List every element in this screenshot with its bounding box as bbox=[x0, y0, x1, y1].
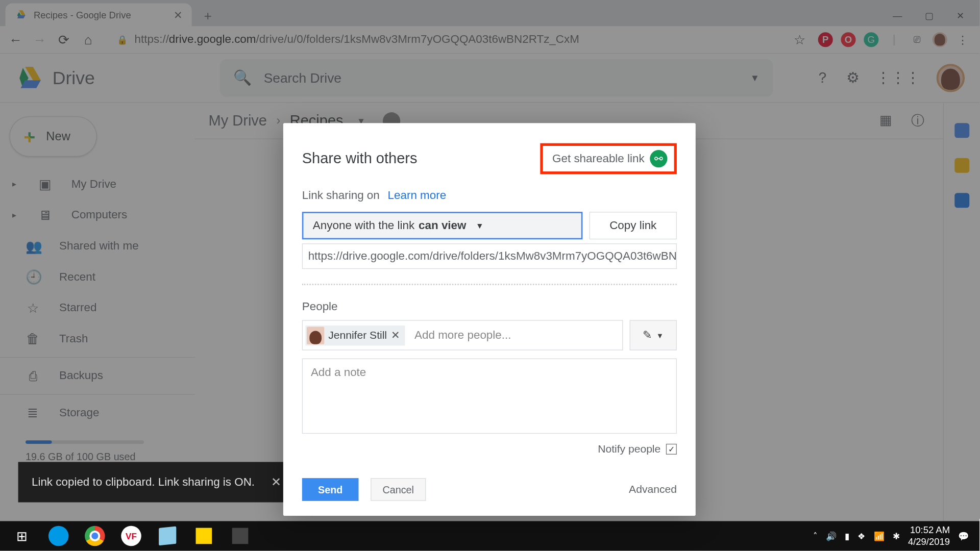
pencil-icon: ✎ bbox=[643, 328, 652, 342]
note-textarea[interactable]: Add a note bbox=[302, 358, 677, 434]
get-shareable-link-button[interactable]: Get shareable link ⚯ bbox=[540, 143, 677, 174]
tray-notifications-icon[interactable]: 💬 bbox=[958, 531, 969, 541]
toast: Link copied to clipboard. Link sharing i… bbox=[18, 462, 295, 502]
link-sharing-status: Link sharing on bbox=[302, 189, 380, 202]
chip-remove-icon[interactable]: ✕ bbox=[391, 329, 400, 342]
tray-wifi-icon[interactable]: 📶 bbox=[874, 531, 885, 541]
person-chip[interactable]: Jennifer Still ✕ bbox=[305, 325, 405, 345]
add-people-placeholder: Add more people... bbox=[414, 329, 511, 342]
taskbar-app-1[interactable] bbox=[40, 521, 77, 550]
learn-more-link[interactable]: Learn more bbox=[388, 189, 447, 202]
chevron-down-icon: ▼ bbox=[656, 331, 664, 339]
send-button[interactable]: Send bbox=[302, 478, 359, 501]
link-url-box[interactable]: https://drive.google.com/drive/folders/1… bbox=[302, 243, 677, 269]
tray-battery-icon[interactable]: ▮ bbox=[845, 531, 849, 541]
share-modal: Share with others Get shareable link ⚯ L… bbox=[283, 123, 696, 516]
taskbar-app-3[interactable]: VF bbox=[113, 521, 149, 550]
toast-text: Link copied to clipboard. Link sharing i… bbox=[32, 475, 255, 489]
notify-checkbox[interactable]: ✓ bbox=[666, 444, 677, 455]
toast-close-icon[interactable]: ✕ bbox=[271, 475, 281, 490]
permission-select[interactable]: Anyone with the link can view ▼ bbox=[302, 212, 583, 239]
people-input[interactable]: Jennifer Still ✕ Add more people... bbox=[302, 320, 623, 350]
notify-label: Notify people bbox=[598, 443, 660, 456]
advanced-link[interactable]: Advanced bbox=[629, 484, 677, 496]
permission-pencil-button[interactable]: ✎ ▼ bbox=[630, 320, 677, 350]
tray-volume-icon[interactable]: 🔊 bbox=[826, 531, 837, 541]
taskbar-app-5[interactable] bbox=[186, 521, 222, 550]
taskbar-clock[interactable]: 10:52 AM 4/29/2019 bbox=[908, 524, 950, 547]
start-button[interactable]: ⊞ bbox=[4, 521, 40, 550]
copy-link-button[interactable]: Copy link bbox=[590, 212, 677, 239]
get-link-label: Get shareable link bbox=[552, 152, 645, 165]
modal-title: Share with others bbox=[302, 150, 418, 167]
cancel-button[interactable]: Cancel bbox=[371, 478, 426, 501]
taskbar: ⊞ VF ˄ 🔊 ▮ ❖ 📶 ✱ 10:52 AM 4/29/2019 💬 bbox=[0, 521, 979, 550]
chip-avatar bbox=[307, 327, 324, 344]
divider bbox=[302, 284, 677, 285]
link-icon: ⚯ bbox=[650, 150, 667, 167]
tray-dropbox-icon[interactable]: ❖ bbox=[857, 531, 866, 541]
chevron-down-icon: ▼ bbox=[476, 221, 484, 230]
tray-app-icon[interactable]: ✱ bbox=[893, 531, 900, 541]
people-label: People bbox=[302, 300, 677, 313]
tray-chevron-icon[interactable]: ˄ bbox=[813, 531, 818, 541]
taskbar-chrome[interactable] bbox=[77, 521, 113, 550]
chip-name: Jennifer Still bbox=[328, 329, 387, 341]
taskbar-app-4[interactable] bbox=[150, 521, 186, 550]
taskbar-app-6[interactable] bbox=[222, 521, 258, 550]
